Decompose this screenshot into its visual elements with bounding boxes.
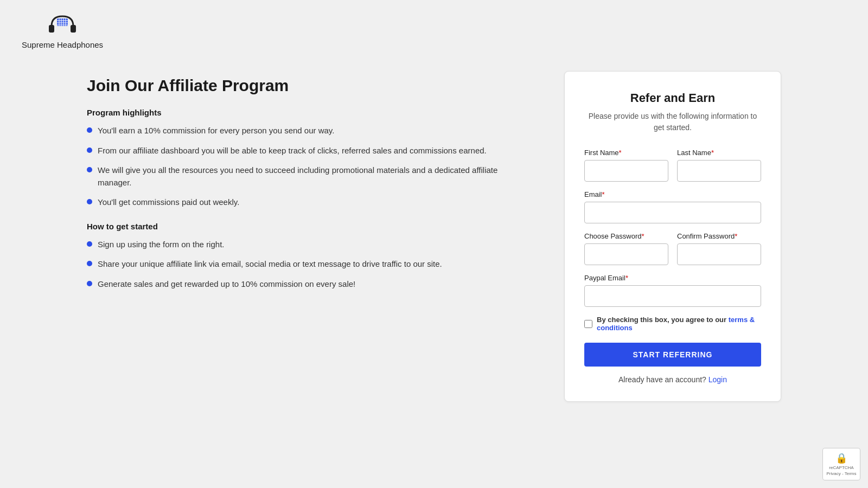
recaptcha-badge: 🔒 reCAPTCHA Privacy - Terms (822, 448, 860, 480)
svg-rect-0 (49, 25, 54, 33)
list-item: From our affiliate dashboard you will be… (87, 145, 532, 157)
recaptcha-links: Privacy - Terms (827, 471, 857, 476)
login-text: Already have an account? (618, 375, 706, 384)
last-name-label: Last Name* (677, 149, 761, 157)
email-input[interactable] (584, 202, 761, 223)
logo-area: Supreme Headphones (22, 11, 103, 49)
paypal-email-group: Paypal Email* (584, 274, 761, 307)
brand-logo-icon (46, 11, 79, 38)
confirm-password-label: Confirm Password* (677, 232, 761, 240)
terms-text: By checking this box, you agree to our t… (597, 316, 761, 332)
form-title: Refer and Earn (584, 91, 761, 105)
highlight-text-4: You'll get commissions paid out weekly. (98, 196, 239, 209)
bullet-dot (87, 281, 92, 286)
required-star: * (642, 232, 644, 240)
first-name-input[interactable] (584, 160, 668, 182)
form-subtitle: Please provide us with the following inf… (584, 111, 761, 133)
list-item: You'll get commissions paid out weekly. (87, 196, 532, 209)
paypal-row: Paypal Email* (584, 274, 761, 307)
paypal-email-label: Paypal Email* (584, 274, 761, 282)
how-list: Sign up using the form on the right. Sha… (87, 239, 532, 291)
how-text-1: Sign up using the form on the right. (98, 239, 224, 251)
list-item: Sign up using the form on the right. (87, 239, 532, 251)
highlights-heading: Program highlights (87, 108, 532, 117)
how-text-3: Generate sales and get rewarded up to 10… (98, 278, 355, 291)
how-text-2: Share your unique affiliate link via ema… (98, 258, 442, 271)
how-to-heading: How to get started (87, 222, 532, 231)
first-name-label: First Name* (584, 149, 668, 157)
brand-name: Supreme Headphones (22, 40, 103, 49)
required-star: * (735, 232, 737, 240)
bullet-dot (87, 127, 92, 133)
terms-checkbox[interactable] (584, 320, 592, 328)
last-name-input[interactable] (677, 160, 761, 182)
page-title: Join Our Affiliate Program (87, 76, 532, 95)
svg-rect-1 (71, 25, 76, 33)
bullet-dot (87, 241, 92, 247)
choose-password-group: Choose Password* (584, 232, 668, 265)
last-name-group: Last Name* (677, 149, 761, 182)
terms-row: By checking this box, you agree to our t… (584, 316, 761, 332)
bullet-dot (87, 261, 92, 266)
choose-password-input[interactable] (584, 243, 668, 265)
required-star: * (602, 190, 605, 198)
login-link[interactable]: Login (709, 375, 727, 384)
required-star: * (711, 149, 714, 157)
recaptcha-icon: 🔒 (835, 452, 847, 464)
paypal-email-input[interactable] (584, 285, 761, 307)
recaptcha-label: reCAPTCHA (829, 465, 853, 470)
highlight-text-3: We will give you all the resources you n… (98, 164, 532, 189)
password-row: Choose Password* Confirm Password* (584, 232, 761, 265)
right-panel: Refer and Earn Please provide us with th… (564, 71, 781, 402)
confirm-password-input[interactable] (677, 243, 761, 265)
email-row: Email* (584, 190, 761, 223)
required-star: * (619, 149, 622, 157)
form-card: Refer and Earn Please provide us with th… (564, 71, 781, 402)
bullet-dot (87, 167, 92, 172)
bullet-dot (87, 199, 92, 204)
bullet-dot (87, 147, 92, 153)
highlight-text-1: You'll earn a 10% commission for every p… (98, 125, 334, 137)
list-item: We will give you all the resources you n… (87, 164, 532, 189)
highlight-text-2: From our affiliate dashboard you will be… (98, 145, 487, 157)
main-content: Join Our Affiliate Program Program highl… (0, 60, 868, 423)
login-row: Already have an account? Login (584, 375, 761, 384)
submit-button[interactable]: START REFERRING (584, 343, 761, 367)
list-item: You'll earn a 10% commission for every p… (87, 125, 532, 137)
confirm-password-group: Confirm Password* (677, 232, 761, 265)
required-star: * (626, 274, 628, 282)
highlights-list: You'll earn a 10% commission for every p… (87, 125, 532, 209)
left-panel: Join Our Affiliate Program Program highl… (87, 71, 532, 402)
choose-password-label: Choose Password* (584, 232, 668, 240)
list-item: Share your unique affiliate link via ema… (87, 258, 532, 271)
name-row: First Name* Last Name* (584, 149, 761, 182)
list-item: Generate sales and get rewarded up to 10… (87, 278, 532, 291)
email-group: Email* (584, 190, 761, 223)
email-label: Email* (584, 190, 761, 198)
page-header: Supreme Headphones (0, 0, 868, 60)
first-name-group: First Name* (584, 149, 668, 182)
